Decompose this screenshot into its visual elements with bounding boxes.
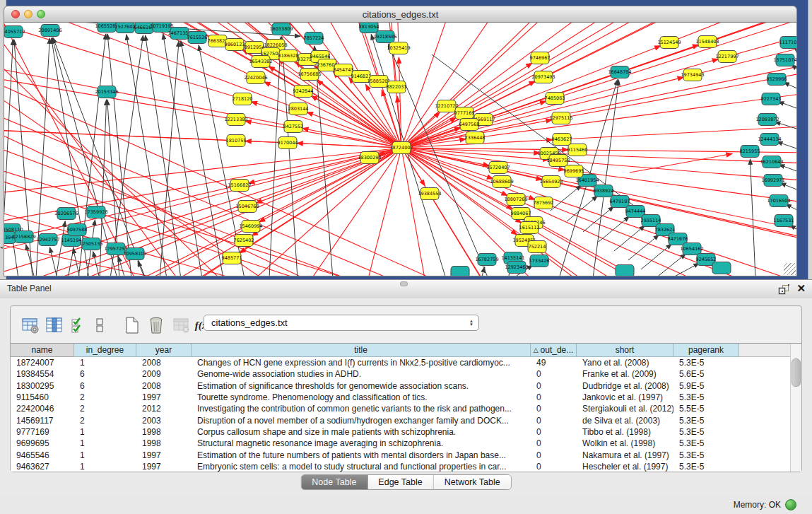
- zoom-window-button[interactable]: [37, 10, 45, 18]
- memory-status-indicator[interactable]: [785, 499, 796, 510]
- table-cell[interactable]: 22420046: [11, 404, 74, 414]
- graph-edge[interactable]: [599, 216, 630, 242]
- graph-edge[interactable]: [401, 23, 573, 148]
- table-row[interactable]: 946554611997Estimation of the future num…: [11, 449, 801, 460]
- table-cell[interactable]: 9463627: [11, 462, 74, 472]
- table-cell[interactable]: 6: [74, 369, 136, 379]
- checkboxes-icon[interactable]: [70, 315, 87, 335]
- graph-edge[interactable]: [671, 263, 699, 276]
- graph-edge[interactable]: [555, 23, 796, 98]
- table-cell[interactable]: Hescheler et al. (1997): [577, 462, 673, 472]
- table-cell[interactable]: 1: [74, 427, 136, 437]
- table-scrollbar[interactable]: [790, 344, 801, 472]
- table-cell[interactable]: 9115460: [11, 392, 74, 402]
- table-cell[interactable]: 5.3E-5: [673, 416, 739, 426]
- table-cell[interactable]: 5.3E-5: [673, 450, 739, 460]
- table-cell[interactable]: 2003: [136, 416, 192, 426]
- table-cell[interactable]: 0: [531, 392, 577, 402]
- graph-edge[interactable]: [93, 252, 100, 276]
- table-cell[interactable]: 1: [74, 358, 136, 368]
- table-cell[interactable]: Estimation of significance thresholds fo…: [192, 381, 531, 391]
- table-cell[interactable]: 0: [531, 462, 577, 472]
- table-cell[interactable]: 5.3E-5: [673, 462, 739, 472]
- table-cell[interactable]: 0: [531, 381, 577, 391]
- table-cell[interactable]: 18300295: [11, 381, 74, 391]
- table-cell[interactable]: Tourette syndrome. Phenomenology and cla…: [192, 392, 531, 402]
- graph-edge[interactable]: [481, 267, 485, 276]
- graph-edge[interactable]: [614, 226, 645, 251]
- table-cell[interactable]: 1997: [136, 450, 192, 460]
- table-cell[interactable]: 0: [531, 450, 577, 460]
- table-cell[interactable]: 2: [74, 392, 136, 402]
- table-cell[interactable]: 1997: [136, 462, 192, 472]
- new-document-icon[interactable]: [122, 315, 142, 335]
- table-panel-header[interactable]: Table Panel ✕: [0, 279, 812, 299]
- table-cell[interactable]: Estimation of the future numbers of pati…: [192, 450, 531, 460]
- column-header-out_de[interactable]: △out_de...: [531, 344, 577, 357]
- table-row[interactable]: 1830029562008Estimation of significance …: [11, 380, 801, 392]
- table-cell[interactable]: Corpus callosum shape and size in male p…: [192, 427, 531, 437]
- graph-edge[interactable]: [368, 148, 401, 276]
- table-cell[interactable]: 1997: [136, 392, 192, 402]
- table-cell[interactable]: 5.5E-5: [673, 404, 739, 414]
- resize-grip[interactable]: [784, 263, 796, 275]
- close-panel-icon[interactable]: ✕: [796, 282, 806, 295]
- table-row[interactable]: 1938455462009Genome-wide association stu…: [11, 368, 801, 380]
- column-select-icon[interactable]: [45, 315, 64, 335]
- table-row[interactable]: 946362711997Embryonic stem cells: a mode…: [11, 461, 801, 472]
- table-row[interactable]: 969969511998Structural magnetic resonanc…: [11, 438, 801, 449]
- graph-edge[interactable]: [780, 183, 796, 190]
- table-cell[interactable]: Changes of HCN gene expression and I(f) …: [192, 358, 531, 368]
- graph-edge[interactable]: [4, 148, 401, 192]
- table-cell[interactable]: Dudbridge et al. (2008): [577, 381, 673, 391]
- table-cell[interactable]: Embryonic stem cells: a model to study s…: [192, 462, 531, 472]
- table-cell[interactable]: 5.9E-5: [673, 381, 739, 391]
- column-header-title[interactable]: title: [192, 344, 531, 357]
- table-cell[interactable]: Stergiakouli et al. (2012): [577, 404, 673, 414]
- table-cell[interactable]: 2012: [136, 404, 192, 414]
- table-cell[interactable]: 0: [531, 416, 577, 426]
- tab-edge-table[interactable]: Edge Table: [367, 475, 433, 489]
- table-cell[interactable]: 1: [74, 462, 136, 472]
- table-cell[interactable]: 18724007: [11, 358, 74, 368]
- window-titlebar[interactable]: citations_edges.txt: [4, 6, 797, 23]
- table-cell[interactable]: 19384554: [11, 369, 74, 379]
- table-cell[interactable]: 0: [531, 369, 577, 379]
- table-row[interactable]: 911546021997Tourette syndrome. Phenomeno…: [11, 392, 801, 403]
- graph-edge[interactable]: [630, 153, 732, 173]
- graph-edge[interactable]: [777, 142, 796, 149]
- graph-edge[interactable]: [778, 102, 796, 109]
- table-cell[interactable]: 49: [531, 358, 577, 368]
- graph-edge[interactable]: [4, 118, 389, 276]
- column-header-in_degree[interactable]: in_degree: [74, 344, 136, 357]
- table-cell[interactable]: Genome-wide association studies in ADHD.: [192, 369, 531, 379]
- table-cell[interactable]: 5.6E-5: [673, 369, 739, 379]
- table-cell[interactable]: Yano et al. (2008): [577, 358, 673, 368]
- graph-edge[interactable]: [775, 122, 796, 129]
- tab-node-table[interactable]: Node Table: [301, 475, 367, 489]
- graph-node[interactable]: [616, 265, 634, 276]
- column-header-short[interactable]: short: [577, 344, 673, 357]
- table-cell[interactable]: 5.3E-5: [673, 427, 739, 437]
- rows-icon[interactable]: [94, 315, 105, 335]
- column-header-name[interactable]: name: [11, 344, 74, 357]
- graph-node[interactable]: [712, 262, 731, 274]
- right-splitter[interactable]: [808, 0, 812, 279]
- table-cell[interactable]: 1998: [136, 438, 192, 448]
- table-cell[interactable]: Jankovic et al. (1997): [577, 392, 673, 402]
- table-cell[interactable]: Nakamura et al. (1997): [577, 450, 673, 460]
- table-cell[interactable]: 5.3E-5: [673, 438, 739, 448]
- splitter-handle[interactable]: [400, 281, 408, 286]
- table-cell[interactable]: 2008: [136, 358, 192, 368]
- table-cell[interactable]: Structural magnetic resonance image aver…: [192, 438, 531, 448]
- graph-edge[interactable]: [779, 165, 796, 172]
- table-cell[interactable]: 2008: [136, 381, 192, 391]
- graph-edge[interactable]: [655, 254, 686, 276]
- collapse-arrow-icon[interactable]: ◂: [0, 245, 3, 250]
- close-window-button[interactable]: [11, 10, 20, 18]
- table-settings-icon[interactable]: [20, 315, 40, 335]
- table-cell[interactable]: 2: [74, 416, 136, 426]
- table-cell[interactable]: 0: [531, 404, 577, 414]
- table-cell[interactable]: 9777169: [11, 427, 74, 437]
- table-cell[interactable]: 14569117: [11, 416, 74, 426]
